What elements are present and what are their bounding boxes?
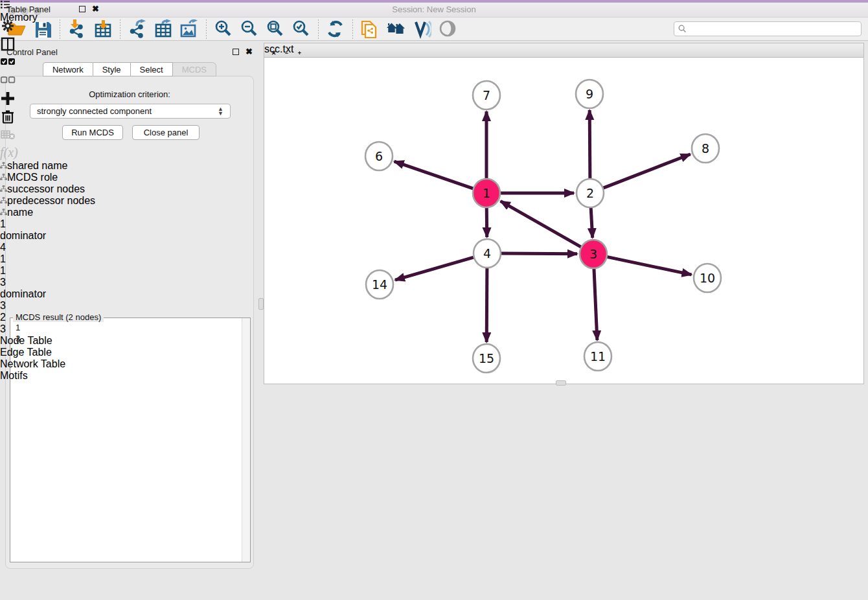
- table-cell[interactable]: 1: [0, 218, 92, 230]
- delete-table-button[interactable]: [0, 127, 106, 145]
- table-cell[interactable]: 1: [0, 253, 106, 265]
- close-panel-button[interactable]: Close panel: [132, 125, 200, 140]
- node-14[interactable]: 14: [366, 270, 393, 299]
- table-row[interactable]: 1dominator411: [0, 218, 106, 277]
- delete-row-button[interactable]: [0, 109, 106, 127]
- table-cell[interactable]: 1: [0, 265, 54, 277]
- zoom-in-button[interactable]: [211, 19, 236, 40]
- tab-edge-table[interactable]: Edge Table: [0, 347, 106, 358]
- close-view-button[interactable]: ✕: [269, 49, 278, 58]
- column-header-shared-name[interactable]: shared name: [0, 160, 92, 172]
- node-label: 14: [372, 277, 387, 292]
- tab-mcds[interactable]: MCDS: [173, 62, 216, 76]
- edge-3-1[interactable]: [501, 201, 583, 248]
- column-type-icon: [0, 162, 7, 169]
- node-7[interactable]: 7: [473, 81, 500, 110]
- close-table-panel-icon[interactable]: ✖: [92, 6, 99, 12]
- table-cell[interactable]: 4: [0, 242, 103, 253]
- toolbar-separator: [120, 19, 120, 39]
- eye-button[interactable]: [435, 19, 461, 40]
- table-cell[interactable]: dominator: [0, 288, 74, 300]
- tab-style[interactable]: Style: [93, 62, 131, 76]
- node-3[interactable]: 3: [580, 240, 607, 268]
- function-builder-button[interactable]: f(x): [0, 145, 106, 160]
- edge-4-14[interactable]: [395, 257, 475, 280]
- column-header-successor-nodes[interactable]: successor nodes: [0, 183, 103, 195]
- search-box[interactable]: [674, 21, 862, 36]
- maximize-view-button[interactable]: +: [295, 49, 304, 58]
- export-image-button[interactable]: [176, 19, 202, 40]
- toolbar-separator: [352, 19, 353, 39]
- node-2[interactable]: 2: [577, 179, 604, 207]
- column-header-MCDS-role[interactable]: MCDS role: [0, 172, 74, 183]
- refresh-button[interactable]: [323, 19, 348, 40]
- column-type-icon: [0, 197, 7, 204]
- edge-3-10[interactable]: [606, 257, 692, 275]
- split-columns-button[interactable]: [0, 36, 106, 54]
- node-8[interactable]: 8: [692, 134, 719, 163]
- edge-2-8[interactable]: [602, 154, 691, 189]
- node-10[interactable]: 10: [694, 264, 721, 292]
- table-cell[interactable]: 3: [0, 277, 92, 288]
- home-icon: [386, 19, 405, 39]
- delete-table-icon: [0, 127, 16, 143]
- node-table[interactable]: shared nameMCDS rolesuccessor nodesprede…: [0, 160, 106, 335]
- node-label: 7: [483, 88, 490, 102]
- column-header-name[interactable]: name: [0, 207, 54, 218]
- node-9[interactable]: 9: [576, 80, 603, 108]
- toolbar-group: [357, 19, 461, 40]
- node-1[interactable]: 1: [473, 179, 500, 207]
- network-file-button[interactable]: [357, 19, 383, 40]
- table-cell[interactable]: 3: [0, 323, 54, 335]
- edge-2-3[interactable]: [591, 205, 593, 238]
- close-panel-icon[interactable]: ✖: [246, 49, 253, 55]
- network-canvas[interactable]: 7968124314101511: [264, 58, 863, 386]
- edge-2-9[interactable]: [589, 110, 590, 181]
- tab-network-table[interactable]: Network Table: [0, 358, 106, 370]
- table-cell[interactable]: 2: [0, 312, 106, 323]
- toolbar-separator: [206, 19, 207, 39]
- export-network-button[interactable]: [124, 19, 150, 40]
- column-header-predecessor-nodes[interactable]: predecessor nodes: [0, 195, 106, 207]
- tab-select[interactable]: Select: [131, 62, 173, 76]
- toolbar-group: [124, 19, 202, 40]
- tab-node-table[interactable]: Node Table: [0, 335, 106, 347]
- add-row-icon: [0, 91, 16, 106]
- edge-1-6[interactable]: [394, 161, 475, 189]
- table-cell[interactable]: 3: [0, 300, 103, 312]
- minimize-view-button[interactable]: −: [282, 49, 291, 58]
- home-button[interactable]: [383, 19, 409, 40]
- node-4[interactable]: 4: [474, 239, 501, 268]
- toolbar-separator: [318, 19, 319, 39]
- split-columns-icon: [0, 36, 16, 52]
- network-view-window: ✕−+ scc.txt 7968124314101511: [264, 43, 864, 384]
- node-11[interactable]: 11: [584, 342, 611, 371]
- edge-1-4[interactable]: [486, 205, 487, 237]
- float-panel-icon[interactable]: [233, 49, 239, 55]
- eye-icon: [438, 19, 457, 39]
- horizontal-split-handle[interactable]: [556, 380, 566, 386]
- zoom-selected-button[interactable]: [288, 19, 314, 40]
- node-6[interactable]: 6: [365, 142, 393, 170]
- table-cell[interactable]: dominator: [0, 230, 74, 242]
- memory-button[interactable]: Memory: [0, 12, 38, 23]
- tab-motifs[interactable]: Motifs: [0, 370, 106, 382]
- edge-3-11[interactable]: [594, 266, 597, 340]
- vertical-split-divider[interactable]: [259, 43, 264, 577]
- float-table-panel-icon[interactable]: [79, 6, 86, 12]
- edge-4-15[interactable]: [486, 266, 487, 342]
- tab-network[interactable]: Network: [43, 62, 93, 76]
- add-row-button[interactable]: [0, 91, 106, 109]
- table-row[interactable]: 3dominator323: [0, 277, 106, 335]
- zoom-fit-button[interactable]: [262, 19, 288, 40]
- node-15[interactable]: 15: [473, 344, 500, 373]
- search-input[interactable]: [689, 25, 857, 34]
- vertical-split-handle[interactable]: [258, 298, 264, 310]
- vizmapper-button[interactable]: [409, 19, 435, 40]
- zoom-out-button[interactable]: [236, 19, 262, 40]
- export-table-button[interactable]: [150, 19, 176, 40]
- result-scrollbar[interactable]: [242, 318, 250, 562]
- node-label: 2: [586, 186, 594, 200]
- task-history-button[interactable]: [0, 0, 38, 12]
- edge-4-3[interactable]: [499, 253, 577, 254]
